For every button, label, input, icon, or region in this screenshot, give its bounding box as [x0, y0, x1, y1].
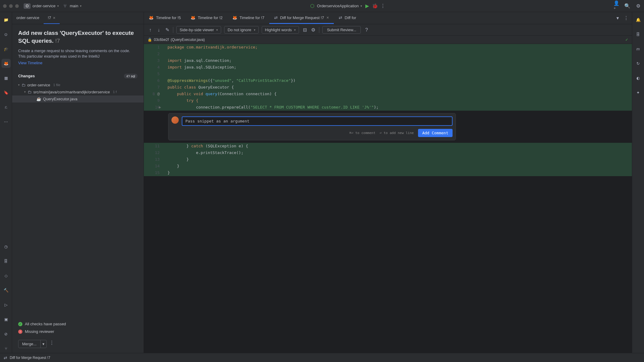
view-timeline-link[interactable]: View Timeline [18, 61, 138, 65]
merge-button-label[interactable]: Merge... [18, 340, 40, 348]
project-tool-icon[interactable]: 📁 [2, 15, 11, 24]
ignore-select[interactable]: Do not ignore ▾ [224, 26, 258, 34]
code-line: 9 try { [144, 97, 632, 104]
project-selector[interactable]: O order-service ▾ [24, 3, 59, 9]
title-center: ⬡ OrderserviceApplication ▾ ▶ 🐞 ⋮ [81, 3, 614, 9]
bookmarks-tool-icon[interactable]: 🔖 [2, 88, 11, 97]
editor-area: 🦊 Timeline for !5 🦊 Timeline for !2 🦊 Ti… [144, 12, 632, 353]
search-icon[interactable]: 🔍 [625, 3, 630, 9]
problems-tool-icon[interactable]: ⊘ [2, 329, 11, 338]
code-text: connection.prepareCall( [168, 105, 251, 109]
comment-input[interactable] [182, 116, 453, 126]
code-text: java.sql.Connection; [182, 58, 231, 63]
add-comment-button[interactable]: Add Comment [418, 129, 453, 137]
editor-tab-timeline-2[interactable]: 🦊 Timeline for !2 [186, 12, 227, 24]
learn-tool-icon[interactable]: 🎓 [2, 44, 11, 53]
chevron-down-icon: ▾ [18, 83, 20, 86]
maximize-window-icon[interactable] [15, 4, 19, 8]
diff-icon: ⇄ [339, 15, 342, 20]
editor-tab-timeline-7[interactable]: 🦊 Timeline for !7 [227, 12, 269, 24]
submit-review-button[interactable]: Submit Review... [322, 26, 361, 34]
close-icon[interactable]: × [327, 15, 329, 20]
prev-diff-icon[interactable]: ↑ [148, 27, 153, 33]
editor-tab-timeline-5[interactable]: 🦊 Timeline for !5 [144, 12, 186, 24]
status-text: All checks have passed [25, 322, 66, 326]
merge-dropdown-button[interactable]: ▾ [40, 340, 46, 348]
tree-root[interactable]: ▾ 🗀 order-service 1 file [18, 82, 138, 89]
more-tool-icon[interactable]: ⋯ [2, 117, 11, 126]
code-text: } [165, 163, 632, 169]
merge-row: Merge... ▾ ⋮ [18, 340, 138, 348]
tree-path[interactable]: ▾ 🗀 src/main/java/com/maritvandijk/order… [18, 89, 138, 96]
code-line: 11 } catch (SQLException e) { [144, 143, 632, 149]
more-icon[interactable]: ⋮ [49, 340, 55, 345]
maven-icon[interactable]: m [634, 44, 643, 53]
sidebar-tab-mr[interactable]: !7 × [44, 12, 60, 24]
viewer-mode-select[interactable]: Side-by-side viewer ▾ [176, 26, 221, 34]
editor-tab-diff-7[interactable]: ⇄ Diff for Merge Request !7 × [269, 12, 334, 24]
services-tool-icon[interactable]: ◇ [2, 271, 11, 280]
history-icon[interactable]: ↻ [634, 59, 643, 68]
dashboard-tool-icon[interactable]: ◷ [2, 242, 11, 251]
status-bar-text[interactable]: Diff for Merge Request !7 [10, 356, 50, 360]
tab-more-icon[interactable]: ⋮ [623, 15, 629, 21]
code-line: 3import java.sql.Connection; [144, 57, 632, 64]
next-diff-icon[interactable]: ↓ [156, 27, 161, 33]
collapse-icon[interactable]: ⊟ [302, 27, 307, 33]
run-config-name: OrderserviceApplication [317, 4, 359, 8]
coverage-icon[interactable]: ◐ [634, 73, 643, 82]
status-bar: ⇄ Diff for Merge Request !7 [0, 353, 644, 362]
add-comment-icon[interactable]: + [158, 104, 161, 111]
collaborate-icon[interactable]: 👤⁺ [614, 3, 619, 9]
editor-tab-diff-overflow[interactable]: ⇄ Diff for [334, 12, 361, 24]
pull-requests-tool-icon[interactable]: ⎌ [2, 102, 11, 112]
debug-icon[interactable]: 🐞 [372, 3, 378, 9]
run-icon[interactable]: ▶ [364, 3, 370, 9]
code-text: public class [168, 85, 198, 89]
database-tool-icon[interactable]: 🗄 [2, 256, 11, 266]
git-tool-icon[interactable]: ⑂ [2, 344, 11, 353]
sidebar-tab-label: order-service [16, 15, 39, 20]
terminal-tool-icon[interactable]: ▣ [2, 315, 11, 324]
select-label: Side-by-side viewer [180, 28, 214, 32]
changes-tree: ▾ 🗀 order-service 1 file ▾ 🗀 src/main/ja… [18, 82, 138, 102]
close-window-icon[interactable] [3, 4, 7, 8]
check-icon: ✓ [625, 38, 628, 42]
gitlab-tool-icon[interactable]: 🦊 [2, 59, 11, 68]
highlight-select[interactable]: Highlight words ▾ [262, 26, 299, 34]
build-tool-icon[interactable]: 🔨 [2, 286, 11, 295]
sql-badge[interactable]: 🏷 sql [124, 74, 138, 79]
code-text: "unused" [213, 78, 232, 83]
merge-button: Merge... ▾ [18, 340, 47, 348]
code-line: 8 @ public void query(Connection connect… [144, 91, 632, 97]
left-tool-rail: 📁 ⊙ 🎓 🦊 ▦ 🔖 ⎌ ⋯ ◷ 🗄 ◇ 🔨 ▷ ▣ ⊘ ⑂ [0, 12, 12, 353]
gear-icon[interactable]: ⚙ [310, 27, 316, 33]
minimize-window-icon[interactable] [9, 4, 13, 8]
edit-icon[interactable]: ✎ [164, 27, 170, 33]
commit-tool-icon[interactable]: ⊙ [2, 30, 11, 39]
sidebar-tab-project[interactable]: order-service [12, 12, 44, 24]
tab-overflow-icon[interactable]: ▾ [615, 15, 620, 21]
notifications-icon[interactable]: 🔔 [634, 15, 643, 24]
code-area[interactable]: 1package com.maritvandijk.orderservice; … [144, 44, 632, 353]
branch-selector[interactable]: ⑂ main ▾ [62, 3, 81, 9]
mr-title: Add new class 'QueryExecutor' to execute… [18, 29, 138, 45]
code-line: 4import java.sql.SQLException; [144, 64, 632, 71]
file-name: (QueryExecutor.java) [171, 38, 205, 42]
help-icon[interactable]: ? [364, 27, 369, 33]
run-config-selector[interactable]: ⬡ OrderserviceApplication ▾ [310, 3, 362, 9]
more-actions-icon[interactable]: ⋮ [380, 3, 386, 9]
code-text: public void [168, 92, 205, 96]
file-count: 1 f [113, 90, 117, 94]
chevron-down-icon: ▾ [57, 4, 59, 8]
close-icon[interactable]: × [53, 15, 55, 20]
sidebar-tab-label: !7 [48, 15, 51, 20]
run-tool-icon[interactable]: ▷ [2, 300, 11, 309]
tab-label: Diff for Merge Request !7 [280, 15, 324, 20]
tree-file[interactable]: ☕ QueryExecutor.java [12, 96, 144, 102]
settings-icon[interactable]: ⚙ [636, 3, 641, 9]
file-header: 🔒 03c6be2f (QueryExecutor.java) ✓ [144, 36, 632, 44]
ai-assistant-icon[interactable]: ✦ [634, 88, 643, 97]
structure-tool-icon[interactable]: ▦ [2, 73, 11, 82]
database-icon[interactable]: 🗄 [634, 30, 643, 39]
